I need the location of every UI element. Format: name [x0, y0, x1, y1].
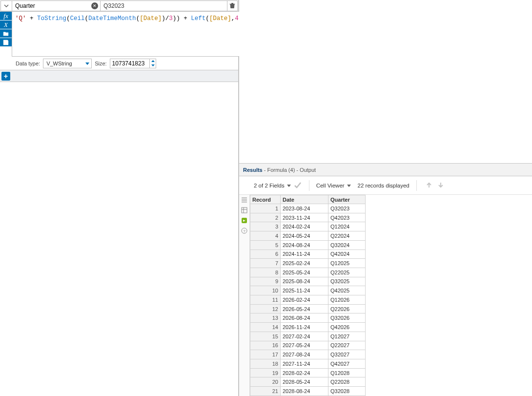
cell-record[interactable]: 14 — [250, 323, 281, 332]
cell-date[interactable]: 2027-02-24 — [281, 332, 328, 341]
col-date[interactable]: Date — [281, 195, 328, 204]
cell-quarter[interactable]: Q42025 — [328, 286, 366, 295]
cell-record[interactable]: 19 — [250, 368, 281, 377]
cell-quarter[interactable]: Q22024 — [328, 231, 366, 241]
cell-quarter[interactable]: Q12024 — [328, 222, 366, 231]
cell-date[interactable]: 2026-02-24 — [281, 295, 328, 305]
table-row[interactable]: 162027-05-24Q22027 — [250, 341, 366, 350]
cell-quarter[interactable]: Q12026 — [328, 295, 366, 305]
expression-editor[interactable]: 'Q' + ToString(Ceil(DateTimeMonth([Date]… — [12, 12, 246, 57]
cell-record[interactable]: 10 — [250, 286, 281, 295]
arrow-up-icon[interactable] — [426, 182, 432, 189]
cell-record[interactable]: 6 — [250, 250, 281, 259]
cell-quarter[interactable]: Q22027 — [328, 341, 366, 350]
cell-record[interactable]: 15 — [250, 332, 281, 341]
size-input[interactable] — [110, 60, 150, 67]
table-row[interactable]: 172027-08-24Q32027 — [250, 350, 366, 359]
cell-date[interactable]: 2027-11-24 — [281, 359, 328, 368]
cell-quarter[interactable]: Q32026 — [328, 313, 366, 323]
cell-quarter[interactable]: Q42023 — [328, 213, 366, 222]
cell-record[interactable]: 21 — [250, 387, 281, 396]
cell-date[interactable]: 2027-05-24 — [281, 341, 328, 350]
fields-dropdown[interactable]: 2 of 2 Fields — [254, 181, 302, 190]
cell-date[interactable]: 2026-08-24 — [281, 313, 328, 323]
cell-record[interactable]: 8 — [250, 268, 281, 277]
size-down-button[interactable] — [150, 63, 155, 68]
cell-quarter[interactable]: Q32028 — [328, 387, 366, 396]
table-row[interactable]: 22023-11-24Q42023 — [250, 213, 366, 222]
cell-date[interactable]: 2024-02-24 — [281, 222, 328, 231]
data-type-select[interactable]: V_WString — [43, 59, 92, 68]
save-icon[interactable] — [0, 38, 12, 47]
cell-record[interactable]: 11 — [250, 295, 281, 305]
collapse-toggle[interactable] — [0, 0, 12, 11]
cell-record[interactable]: 9 — [250, 277, 281, 286]
table-row[interactable]: 82025-05-24Q22025 — [250, 268, 366, 277]
cell-date[interactable]: 2026-11-24 — [281, 323, 328, 332]
cell-viewer-dropdown[interactable]: Cell Viewer — [316, 183, 351, 188]
cell-record[interactable]: 5 — [250, 240, 281, 250]
table-row[interactable]: 182027-11-24Q42027 — [250, 359, 366, 368]
table-row[interactable]: 112026-02-24Q12026 — [250, 295, 366, 305]
cell-date[interactable]: 2025-05-24 — [281, 268, 328, 277]
x-var-icon[interactable]: X — [0, 21, 12, 29]
col-quarter[interactable]: Quarter — [328, 195, 366, 204]
cell-quarter[interactable]: Q32027 — [328, 350, 366, 359]
cell-quarter[interactable]: Q22025 — [328, 268, 366, 277]
cell-quarter[interactable]: Q32023 — [328, 204, 366, 213]
help-icon[interactable]: ? — [241, 227, 248, 234]
workflow-canvas[interactable]: Σ Quarter = 'Q' + ToString(Ceil(DateTime… — [239, 0, 532, 163]
cell-date[interactable]: 2025-08-24 — [281, 277, 328, 286]
cell-record[interactable]: 7 — [250, 259, 281, 268]
cell-quarter[interactable]: Q42026 — [328, 323, 366, 332]
table-row[interactable]: 152027-02-24Q12027 — [250, 332, 366, 341]
cell-record[interactable]: 17 — [250, 350, 281, 359]
cell-record[interactable]: 4 — [250, 231, 281, 241]
cell-record[interactable]: 3 — [250, 222, 281, 231]
cell-date[interactable]: 2024-05-24 — [281, 231, 328, 241]
cell-quarter[interactable]: Q22028 — [328, 377, 366, 387]
table-row[interactable]: 192028-02-24Q12028 — [250, 368, 366, 377]
cell-date[interactable]: 2023-11-24 — [281, 213, 328, 222]
cell-date[interactable]: 2024-11-24 — [281, 250, 328, 259]
arrow-down-icon[interactable] — [437, 182, 444, 189]
folder-icon[interactable] — [0, 29, 12, 38]
cell-record[interactable]: 2 — [250, 213, 281, 222]
cell-quarter[interactable]: Q32025 — [328, 277, 366, 286]
cell-date[interactable]: 2028-08-24 — [281, 387, 328, 396]
cell-date[interactable]: 2024-08-24 — [281, 240, 328, 250]
cell-quarter[interactable]: Q32024 — [328, 240, 366, 250]
messages-icon[interactable] — [241, 217, 248, 224]
cell-record[interactable]: 13 — [250, 313, 281, 323]
cell-quarter[interactable]: Q22026 — [328, 304, 366, 313]
cell-date[interactable]: 2026-05-24 — [281, 304, 328, 313]
cell-record[interactable]: 12 — [250, 304, 281, 313]
cell-date[interactable]: 2025-11-24 — [281, 286, 328, 295]
table-row[interactable]: 62024-11-24Q42024 — [250, 250, 366, 259]
cell-quarter[interactable]: Q12027 — [328, 332, 366, 341]
cell-record[interactable]: 16 — [250, 341, 281, 350]
table-row[interactable]: 142026-11-24Q42026 — [250, 323, 366, 332]
table-row[interactable]: 102025-11-24Q42025 — [250, 286, 366, 295]
clear-field-icon[interactable]: ✕ — [91, 2, 98, 9]
cell-date[interactable]: 2028-02-24 — [281, 368, 328, 377]
cell-date[interactable]: 2027-08-24 — [281, 350, 328, 359]
cell-date[interactable]: 2028-05-24 — [281, 377, 328, 387]
cell-record[interactable]: 18 — [250, 359, 281, 368]
results-table[interactable]: Record Date Quarter 12023-08-24Q32023220… — [250, 195, 366, 396]
table-row[interactable]: 72025-02-24Q12025 — [250, 259, 366, 268]
table-row[interactable]: 202028-05-24Q22028 — [250, 377, 366, 387]
field-name-input[interactable] — [15, 2, 91, 9]
cell-record[interactable]: 1 — [250, 204, 281, 213]
cell-date[interactable]: 2023-08-24 — [281, 204, 328, 213]
table-row[interactable]: 212028-08-24Q32028 — [250, 387, 366, 396]
table-row[interactable]: 42024-05-24Q22024 — [250, 231, 366, 241]
fx-icon[interactable]: fx — [0, 12, 12, 21]
cell-quarter[interactable]: Q42024 — [328, 250, 366, 259]
cell-quarter[interactable]: Q12028 — [328, 368, 366, 377]
add-expression-button[interactable]: + — [1, 72, 10, 81]
output-field-name[interactable]: ✕ — [12, 0, 101, 11]
cell-record[interactable]: 20 — [250, 377, 281, 387]
list-icon[interactable] — [241, 196, 248, 203]
delete-expression-button[interactable] — [227, 0, 238, 11]
